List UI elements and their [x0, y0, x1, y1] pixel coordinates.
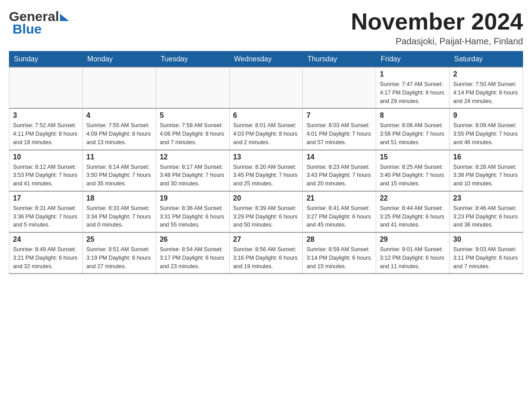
day-info: Sunrise: 8:33 AM Sunset: 3:34 PM Dayligh… — [86, 204, 152, 229]
day-cell: 1Sunrise: 7:47 AM Sunset: 4:17 PM Daylig… — [376, 67, 450, 108]
day-cell: 21Sunrise: 8:41 AM Sunset: 3:27 PM Dayli… — [303, 191, 376, 232]
day-number: 2 — [453, 70, 519, 78]
logo-blue-text: Blue — [11, 21, 42, 37]
day-info: Sunrise: 8:59 AM Sunset: 3:14 PM Dayligh… — [306, 245, 372, 270]
day-number: 7 — [306, 111, 372, 120]
day-number: 16 — [453, 153, 519, 161]
month-title: November 2024 — [351, 9, 523, 34]
header-thursday: Thursday — [303, 51, 376, 68]
day-cell: 4Sunrise: 7:55 AM Sunset: 4:09 PM Daylig… — [82, 108, 156, 150]
week-row-2: 3Sunrise: 7:52 AM Sunset: 4:11 PM Daylig… — [9, 108, 523, 150]
day-number: 18 — [86, 194, 152, 202]
day-cell: 11Sunrise: 8:14 AM Sunset: 3:50 PM Dayli… — [82, 150, 156, 191]
day-cell: 3Sunrise: 7:52 AM Sunset: 4:11 PM Daylig… — [9, 108, 83, 150]
day-cell — [156, 67, 229, 108]
day-cell: 9Sunrise: 8:09 AM Sunset: 3:55 PM Daylig… — [450, 108, 523, 150]
day-number: 3 — [13, 111, 79, 120]
day-info: Sunrise: 8:51 AM Sunset: 3:19 PM Dayligh… — [86, 245, 152, 270]
day-cell — [9, 67, 83, 108]
day-cell: 14Sunrise: 8:23 AM Sunset: 3:43 PM Dayli… — [303, 150, 376, 191]
day-info: Sunrise: 8:20 AM Sunset: 3:45 PM Dayligh… — [233, 163, 299, 188]
logo-arrow-icon — [60, 14, 69, 21]
day-info: Sunrise: 8:44 AM Sunset: 3:25 PM Dayligh… — [380, 204, 446, 229]
day-number: 13 — [233, 153, 299, 161]
day-cell: 25Sunrise: 8:51 AM Sunset: 3:19 PM Dayli… — [82, 232, 156, 274]
day-info: Sunrise: 8:09 AM Sunset: 3:55 PM Dayligh… — [453, 121, 519, 146]
day-cell: 27Sunrise: 8:56 AM Sunset: 3:16 PM Dayli… — [229, 232, 303, 274]
day-cell: 30Sunrise: 9:03 AM Sunset: 3:11 PM Dayli… — [450, 232, 523, 274]
day-cell: 15Sunrise: 8:25 AM Sunset: 3:40 PM Dayli… — [376, 150, 450, 191]
day-info: Sunrise: 7:52 AM Sunset: 4:11 PM Dayligh… — [13, 121, 79, 146]
header-friday: Friday — [376, 51, 450, 68]
day-cell: 20Sunrise: 8:39 AM Sunset: 3:29 PM Dayli… — [229, 191, 303, 232]
week-row-1: 1Sunrise: 7:47 AM Sunset: 4:17 PM Daylig… — [9, 67, 523, 108]
day-number: 26 — [160, 235, 226, 244]
day-info: Sunrise: 7:50 AM Sunset: 4:14 PM Dayligh… — [453, 80, 519, 105]
day-cell: 5Sunrise: 7:58 AM Sunset: 4:06 PM Daylig… — [156, 108, 229, 150]
week-row-3: 10Sunrise: 8:12 AM Sunset: 3:53 PM Dayli… — [9, 150, 523, 191]
day-cell — [229, 67, 303, 108]
day-info: Sunrise: 8:25 AM Sunset: 3:40 PM Dayligh… — [380, 163, 446, 188]
day-info: Sunrise: 8:03 AM Sunset: 4:01 PM Dayligh… — [306, 121, 372, 146]
day-info: Sunrise: 8:49 AM Sunset: 3:21 PM Dayligh… — [13, 245, 79, 270]
header-sunday: Sunday — [9, 51, 83, 68]
day-number: 21 — [306, 194, 372, 202]
day-number: 28 — [306, 235, 372, 244]
day-info: Sunrise: 8:36 AM Sunset: 3:31 PM Dayligh… — [160, 204, 226, 229]
day-cell: 10Sunrise: 8:12 AM Sunset: 3:53 PM Dayli… — [9, 150, 83, 191]
day-number: 9 — [453, 111, 519, 120]
day-cell: 26Sunrise: 8:54 AM Sunset: 3:17 PM Dayli… — [156, 232, 229, 274]
day-cell: 17Sunrise: 8:31 AM Sunset: 3:36 PM Dayli… — [9, 191, 83, 232]
day-info: Sunrise: 8:54 AM Sunset: 3:17 PM Dayligh… — [160, 245, 226, 270]
day-number: 20 — [233, 194, 299, 202]
day-info: Sunrise: 7:55 AM Sunset: 4:09 PM Dayligh… — [86, 121, 152, 146]
day-info: Sunrise: 8:31 AM Sunset: 3:36 PM Dayligh… — [13, 204, 79, 229]
day-number: 11 — [86, 153, 152, 161]
day-number: 23 — [453, 194, 519, 202]
day-cell: 18Sunrise: 8:33 AM Sunset: 3:34 PM Dayli… — [82, 191, 156, 232]
day-cell: 16Sunrise: 8:28 AM Sunset: 3:38 PM Dayli… — [450, 150, 523, 191]
day-cell: 2Sunrise: 7:50 AM Sunset: 4:14 PM Daylig… — [450, 67, 523, 108]
day-number: 5 — [160, 111, 226, 120]
day-info: Sunrise: 8:39 AM Sunset: 3:29 PM Dayligh… — [233, 204, 299, 229]
day-info: Sunrise: 8:17 AM Sunset: 3:48 PM Dayligh… — [160, 163, 226, 188]
day-number: 15 — [380, 153, 446, 161]
day-number: 14 — [306, 153, 372, 161]
logo: General Blue — [9, 9, 69, 37]
day-number: 10 — [13, 153, 79, 161]
day-cell — [82, 67, 156, 108]
day-info: Sunrise: 9:03 AM Sunset: 3:11 PM Dayligh… — [453, 245, 519, 270]
day-number: 29 — [380, 235, 446, 244]
day-info: Sunrise: 8:46 AM Sunset: 3:23 PM Dayligh… — [453, 204, 519, 229]
day-cell: 8Sunrise: 8:06 AM Sunset: 3:58 PM Daylig… — [376, 108, 450, 150]
day-info: Sunrise: 7:47 AM Sunset: 4:17 PM Dayligh… — [380, 80, 446, 105]
day-info: Sunrise: 7:58 AM Sunset: 4:06 PM Dayligh… — [160, 121, 226, 146]
day-cell: 12Sunrise: 8:17 AM Sunset: 3:48 PM Dayli… — [156, 150, 229, 191]
day-number: 27 — [233, 235, 299, 244]
week-row-5: 24Sunrise: 8:49 AM Sunset: 3:21 PM Dayli… — [9, 232, 523, 274]
day-number: 24 — [13, 235, 79, 244]
day-info: Sunrise: 9:01 AM Sunset: 3:12 PM Dayligh… — [380, 245, 446, 270]
day-number: 12 — [160, 153, 226, 161]
page-header: General Blue November 2024 Padasjoki, Pa… — [9, 9, 523, 47]
day-info: Sunrise: 8:23 AM Sunset: 3:43 PM Dayligh… — [306, 163, 372, 188]
day-cell: 7Sunrise: 8:03 AM Sunset: 4:01 PM Daylig… — [303, 108, 376, 150]
day-info: Sunrise: 8:56 AM Sunset: 3:16 PM Dayligh… — [233, 245, 299, 270]
header-saturday: Saturday — [450, 51, 523, 68]
day-info: Sunrise: 8:01 AM Sunset: 4:03 PM Dayligh… — [233, 121, 299, 146]
day-number: 1 — [380, 70, 446, 78]
day-cell: 6Sunrise: 8:01 AM Sunset: 4:03 PM Daylig… — [229, 108, 303, 150]
day-number: 17 — [13, 194, 79, 202]
day-number: 6 — [233, 111, 299, 120]
day-number: 25 — [86, 235, 152, 244]
calendar-table: SundayMondayTuesdayWednesdayThursdayFrid… — [9, 51, 523, 274]
day-number: 4 — [86, 111, 152, 120]
day-number: 19 — [160, 194, 226, 202]
calendar-header-row: SundayMondayTuesdayWednesdayThursdayFrid… — [9, 51, 523, 68]
day-info: Sunrise: 8:28 AM Sunset: 3:38 PM Dayligh… — [453, 163, 519, 188]
day-cell: 13Sunrise: 8:20 AM Sunset: 3:45 PM Dayli… — [229, 150, 303, 191]
header-wednesday: Wednesday — [229, 51, 303, 68]
day-info: Sunrise: 8:14 AM Sunset: 3:50 PM Dayligh… — [86, 163, 152, 188]
day-cell: 28Sunrise: 8:59 AM Sunset: 3:14 PM Dayli… — [303, 232, 376, 274]
header-tuesday: Tuesday — [156, 51, 229, 68]
